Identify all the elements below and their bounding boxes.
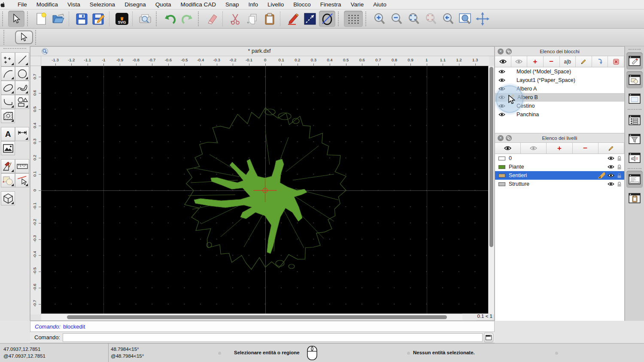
block-visibility-eye-icon[interactable] — [498, 69, 506, 74]
trim-tool-icon[interactable] — [15, 173, 29, 187]
edit-layer-icon[interactable] — [598, 143, 624, 154]
draw-edit-icon[interactable] — [285, 11, 301, 27]
construction-lines-toggle-icon[interactable] — [319, 11, 335, 27]
layer-visibility-eye-icon[interactable] — [608, 165, 614, 169]
float-panel-icon[interactable] — [506, 48, 512, 54]
active-tool-select-button[interactable] — [15, 30, 33, 44]
vertical-scrollbar-thumb[interactable] — [489, 67, 493, 247]
menu-item[interactable]: Quota — [151, 0, 176, 9]
menu-item[interactable]: Modifica CAD — [176, 0, 221, 9]
spline-tool-icon[interactable] — [15, 81, 29, 95]
layer-row[interactable]: Sentieri — [495, 171, 624, 180]
ellipse-tool-icon[interactable] — [1, 81, 15, 95]
property-list-toggle-icon[interactable] — [626, 112, 643, 129]
save-icon[interactable] — [73, 11, 90, 27]
block-row[interactable]: Model (*Model_Space) — [495, 67, 624, 76]
select-arrow-icon[interactable] — [8, 11, 24, 27]
hatch-tool-icon[interactable] — [1, 109, 15, 123]
add-layer-icon[interactable]: + — [547, 143, 572, 154]
menu-item[interactable]: Info — [244, 0, 263, 9]
block-visibility-eye-icon[interactable] — [498, 104, 506, 108]
menu-item[interactable]: Livello — [263, 0, 289, 9]
cut-icon[interactable]: + — [227, 11, 243, 27]
grid-toggle-icon[interactable] — [344, 11, 363, 27]
layer-row[interactable]: Piante — [495, 163, 624, 171]
save-as-icon[interactable] — [91, 11, 107, 27]
open-file-icon[interactable] — [50, 11, 67, 27]
undo-icon[interactable] — [162, 11, 178, 27]
command-detach-button[interactable] — [484, 333, 493, 342]
shapes-tool-icon[interactable] — [15, 95, 29, 109]
zoom-out-icon[interactable] — [389, 11, 405, 27]
dimension-tool-icon[interactable] — [15, 127, 29, 141]
remove-layer-icon[interactable]: − — [573, 143, 598, 154]
hide-all-blocks-icon[interactable] — [511, 56, 528, 67]
construction-tool-icon[interactable] — [1, 159, 15, 173]
document-titlebar[interactable]: * park.dxf — [30, 47, 494, 56]
library-browser-toggle-icon[interactable] — [626, 90, 643, 107]
zoom-in-icon[interactable] — [371, 11, 388, 27]
layer-lock-icon[interactable] — [617, 156, 622, 161]
block-row[interactable]: Cestino — [495, 102, 624, 110]
zoom-back-icon[interactable] — [440, 11, 456, 27]
float-panel-icon[interactable] — [506, 135, 512, 141]
svg-export-icon[interactable]: ♛SVG — [114, 11, 130, 27]
circle-tool-icon[interactable] — [15, 66, 29, 81]
edit-block-icon[interactable] — [576, 56, 592, 67]
redo-icon[interactable] — [179, 11, 195, 27]
command-trigger-toggle-icon[interactable] — [626, 149, 643, 166]
paste-icon[interactable] — [261, 11, 278, 27]
command-input[interactable] — [63, 333, 483, 342]
menu-item[interactable]: Aiuto — [368, 0, 391, 9]
block-row[interactable]: Layout1 (*Paper_Space) — [495, 76, 624, 84]
solid-tool-icon[interactable] — [1, 191, 15, 205]
layer-row[interactable]: Strutture — [495, 180, 624, 188]
layer-visibility-eye-icon[interactable] — [608, 182, 614, 186]
menu-item[interactable]: Finestra — [316, 0, 346, 9]
text-tool-icon[interactable]: A — [1, 127, 15, 141]
horizontal-scrollbar-thumb[interactable] — [67, 315, 447, 319]
close-panel-icon[interactable]: × — [498, 48, 504, 54]
eraser-icon[interactable] — [204, 11, 220, 27]
block-visibility-eye-icon[interactable] — [498, 87, 506, 91]
block-row[interactable]: Panchina — [495, 110, 624, 119]
arc-tool-icon[interactable] — [1, 66, 15, 81]
print-preview-icon[interactable] — [137, 11, 153, 27]
layer-lock-icon[interactable] — [617, 173, 622, 178]
zoom-auto-icon[interactable] — [406, 11, 422, 27]
zoom-window-icon[interactable] — [457, 11, 474, 27]
command-line-toggle-icon[interactable] — [626, 171, 643, 188]
layer-visibility-eye-icon[interactable] — [608, 173, 614, 178]
menu-item[interactable]: Snap — [221, 0, 244, 9]
horizontal-scrollbar[interactable] — [41, 314, 476, 320]
layer-lock-icon[interactable] — [617, 164, 622, 170]
layer-lock-icon[interactable] — [617, 181, 622, 187]
show-all-blocks-icon[interactable] — [495, 56, 511, 67]
zoom-previous-icon[interactable] — [423, 11, 439, 27]
image-tool-icon[interactable] — [1, 141, 15, 155]
menu-item[interactable]: Blocco — [289, 0, 316, 9]
add-block-icon[interactable]: + — [527, 56, 544, 67]
menu-item[interactable]: Varie — [346, 0, 369, 9]
block-row[interactable]: Albero B — [495, 93, 624, 102]
boolean-tool-icon[interactable] — [1, 173, 15, 187]
clipboard-toggle-icon[interactable] — [626, 190, 643, 207]
insert-block-icon[interactable] — [592, 56, 608, 67]
copy-icon[interactable]: + — [244, 11, 261, 27]
close-panel-icon[interactable]: × — [498, 135, 504, 141]
show-all-layers-icon[interactable] — [495, 143, 521, 154]
menu-item[interactable]: Disegna — [120, 0, 151, 9]
block-list-toggle-icon[interactable] — [626, 52, 643, 69]
layer-visibility-eye-icon[interactable] — [608, 156, 614, 160]
line-tool-icon[interactable] — [15, 52, 29, 66]
block-visibility-eye-icon[interactable] — [498, 95, 506, 100]
measure-tool-icon[interactable] — [15, 159, 29, 173]
block-row[interactable]: Albero A — [495, 84, 624, 93]
hide-all-layers-icon[interactable] — [521, 143, 547, 154]
vertical-scrollbar[interactable] — [488, 66, 494, 314]
menu-item[interactable]: Vista — [63, 0, 85, 9]
rename-block-icon[interactable]: a|b — [560, 56, 576, 67]
new-document-icon[interactable] — [33, 11, 49, 27]
apple-menu-icon[interactable] — [0, 2, 13, 8]
layer-row[interactable]: 0 — [495, 154, 624, 163]
